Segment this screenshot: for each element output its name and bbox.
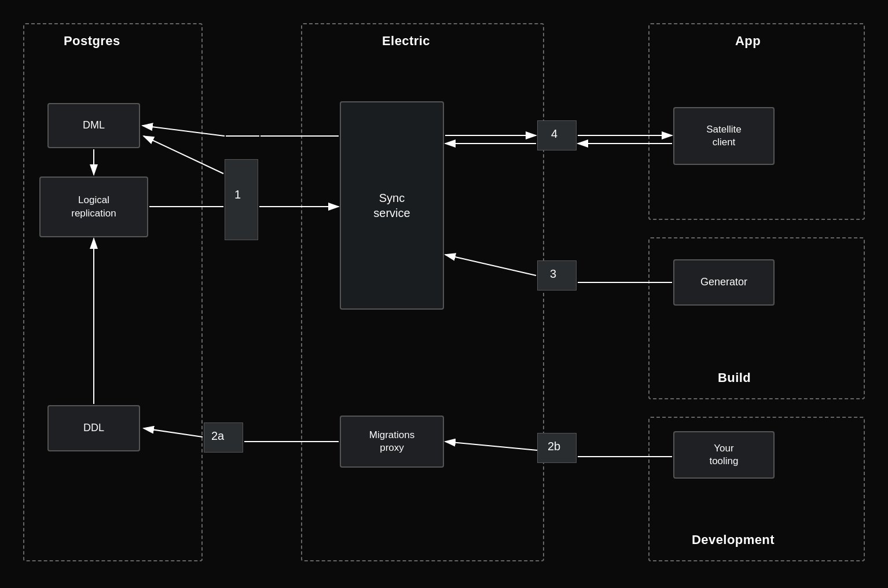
component-satellite-client: Satellite client	[673, 107, 775, 165]
connector-1-node	[225, 159, 258, 240]
component-sync-service: Sync service	[340, 101, 444, 310]
connector-2a-label: 2a	[211, 429, 224, 443]
label-app: App	[735, 34, 761, 49]
component-logical-replication: Logical replication	[39, 177, 148, 237]
connector-3-label: 3	[550, 267, 556, 281]
component-ddl: DDL	[47, 405, 140, 451]
connector-4-label: 4	[551, 127, 557, 141]
component-your-tooling: Your tooling	[673, 431, 775, 479]
connector-2b-label: 2b	[548, 440, 560, 453]
label-postgres: Postgres	[64, 34, 120, 49]
label-build: Build	[718, 370, 751, 385]
component-dml: DML	[47, 103, 140, 148]
component-generator: Generator	[673, 259, 775, 306]
connector-1-label: 1	[234, 188, 241, 201]
label-development: Development	[692, 532, 775, 547]
diagram-container: Postgres Electric App Build Development …	[0, 0, 888, 588]
connector-3-node	[537, 260, 577, 291]
component-migrations-proxy: Migrations proxy	[340, 416, 444, 468]
label-electric: Electric	[382, 34, 430, 49]
